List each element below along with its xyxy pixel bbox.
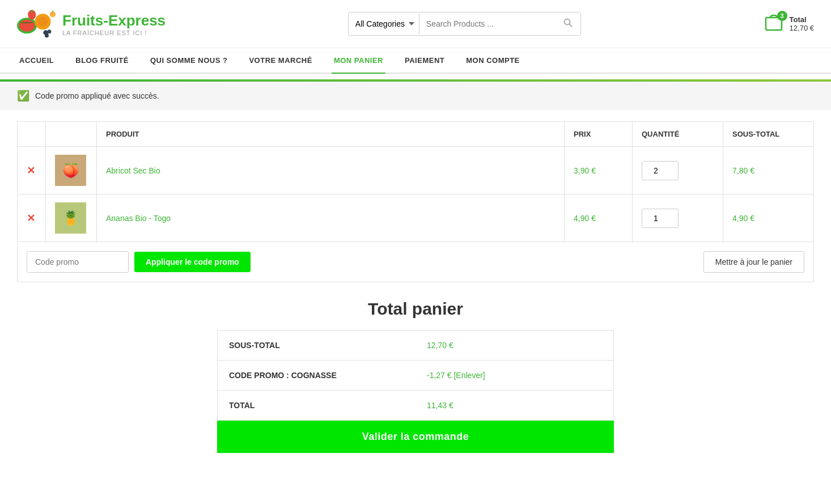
update-cart-button[interactable]: Mettre à jour le panier: [703, 251, 804, 273]
nav-item-paiement[interactable]: PAIEMENT: [402, 48, 447, 74]
logo-subtitle: LA FRAÎCHEUR EST ICI !: [62, 29, 166, 36]
product-image-1: 🍑: [55, 155, 86, 186]
success-message: Code promo appliqué avec succès.: [35, 91, 159, 100]
remove-item-2-button[interactable]: ✕: [27, 212, 35, 225]
promo-area: Appliquer le code promo: [27, 251, 251, 273]
cart-totals-section: Total panier SOUS-TOTAL 12,70 € CODE PRO…: [0, 282, 831, 470]
checkout-button[interactable]: Valider la commande: [217, 421, 614, 453]
sous-total-label: SOUS-TOTAL: [218, 331, 416, 361]
category-select[interactable]: All Categories Fruits Légumes Bio: [349, 14, 419, 34]
promo-row: CODE PROMO : COGNASSE -1,27 € [Enlever]: [218, 361, 614, 391]
product-image-2: 🍍: [55, 202, 86, 234]
total-label: TOTAL: [218, 391, 416, 421]
cart-total-amount: 12,70 €: [790, 24, 814, 32]
product-image-cell-1: 🍑: [46, 147, 97, 194]
col-header-image: [46, 122, 97, 147]
promo-code-input[interactable]: [27, 251, 129, 273]
search-input[interactable]: [419, 14, 556, 34]
total-row: TOTAL 11,43 €: [218, 391, 614, 421]
table-row: ✕ 🍑 Abricot Sec Bio 3,90 € 7,80 €: [18, 147, 814, 194]
search-button[interactable]: [556, 12, 580, 35]
total-value: 11,43 €: [416, 391, 614, 421]
remove-promo-link[interactable]: [Enlever]: [453, 371, 485, 380]
col-header-product: PRODUIT: [97, 122, 565, 147]
col-header-remove: [18, 122, 46, 147]
svg-line-11: [569, 24, 572, 27]
nav-item-accueil[interactable]: ACCUEIL: [17, 48, 56, 74]
logo-area: Fruits-Express LA FRAÎCHEUR EST ICI !: [17, 7, 166, 41]
main-nav: ACCUEIL BLOG FRUITÉ QUI SOMME NOUS ? VOT…: [0, 48, 831, 74]
nav-item-compte[interactable]: MON COMPTE: [464, 48, 522, 74]
qty-cell-2: [633, 194, 723, 242]
cart-section: PRODUIT PRIX QUANTITÉ SOUS-TOTAL ✕ 🍑 Abr…: [0, 121, 831, 282]
promo-code-label: CODE PROMO : COGNASSE: [218, 361, 416, 391]
svg-point-7: [47, 29, 51, 33]
product-name-cell-1: Abricot Sec Bio: [97, 147, 565, 194]
product-name-cell-2: Ananas Bio - Togo: [97, 194, 565, 242]
cart-table: PRODUIT PRIX QUANTITÉ SOUS-TOTAL ✕ 🍑 Abr…: [17, 121, 814, 242]
sous-total-value: 12,70 €: [416, 331, 614, 361]
cart-summary[interactable]: 3 Total 12,70 €: [764, 13, 814, 35]
cart-totals-title: Total panier: [368, 299, 463, 319]
remove-cell-2: ✕: [18, 194, 46, 242]
cart-total-text: Total 12,70 €: [790, 15, 814, 32]
remove-cell-1: ✕: [18, 147, 46, 194]
col-header-qty: QUANTITÉ: [633, 122, 723, 147]
header: Fruits-Express LA FRAÎCHEUR EST ICI ! Al…: [0, 0, 831, 48]
logo-title: Fruits-Express: [62, 12, 166, 29]
nav-item-panier[interactable]: MON PANIER: [332, 48, 385, 74]
price-cell-2: 4,90 €: [565, 194, 633, 242]
subtotal-cell-2: 4,90 €: [723, 194, 814, 242]
nav-item-qui[interactable]: QUI SOMME NOUS ?: [148, 48, 230, 74]
search-icon: [563, 18, 573, 27]
nav-item-marche[interactable]: VOTRE MARCHÉ: [247, 48, 314, 74]
price-cell-1: 3,90 €: [565, 147, 633, 194]
subtotal-2: 4,90 €: [732, 214, 754, 223]
sous-total-row: SOUS-TOTAL 12,70 €: [218, 331, 614, 361]
cart-icon-wrap[interactable]: 3: [764, 13, 784, 35]
remove-item-1-button[interactable]: ✕: [27, 164, 35, 177]
product-link-2[interactable]: Ananas Bio - Togo: [106, 214, 171, 223]
product-image-cell-2: 🍍: [46, 194, 97, 242]
promo-amount: -1,27 €: [427, 371, 453, 380]
subtotal-1: 7,80 €: [732, 166, 754, 175]
svg-point-9: [50, 11, 56, 18]
svg-point-10: [564, 19, 570, 25]
totals-table: SOUS-TOTAL 12,70 € CODE PROMO : COGNASSE…: [217, 330, 614, 421]
qty-cell-1: [633, 147, 723, 194]
product-price-2: 4,90 €: [574, 214, 596, 223]
cart-actions: Appliquer le code promo Mettre à jour le…: [17, 242, 814, 282]
subtotal-cell-1: 7,80 €: [723, 147, 814, 194]
promo-code-value-cell: -1,27 € [Enlever]: [416, 361, 614, 391]
nav-item-blog[interactable]: BLOG FRUITÉ: [73, 48, 131, 74]
qty-input-1[interactable]: [642, 161, 679, 180]
cart-total-label: Total: [790, 15, 814, 24]
cart-badge: 3: [777, 11, 787, 21]
search-bar: All Categories Fruits Légumes Bio: [348, 12, 581, 36]
svg-point-4: [38, 17, 48, 27]
logo-icon: [17, 7, 57, 41]
svg-point-8: [45, 33, 49, 37]
product-price-1: 3,90 €: [574, 166, 596, 175]
product-link-1[interactable]: Abricot Sec Bio: [106, 166, 160, 175]
col-header-price: PRIX: [565, 122, 633, 147]
qty-input-2[interactable]: [642, 209, 679, 228]
col-header-subtotal: SOUS-TOTAL: [723, 122, 814, 147]
table-row: ✕ 🍍 Ananas Bio - Togo 4,90 € 4,90: [18, 194, 814, 242]
logo-text: Fruits-Express LA FRAÎCHEUR EST ICI !: [62, 12, 166, 36]
success-icon: ✅: [17, 90, 29, 102]
apply-promo-button[interactable]: Appliquer le code promo: [134, 252, 251, 272]
success-banner: ✅ Code promo appliqué avec succès.: [0, 82, 831, 110]
